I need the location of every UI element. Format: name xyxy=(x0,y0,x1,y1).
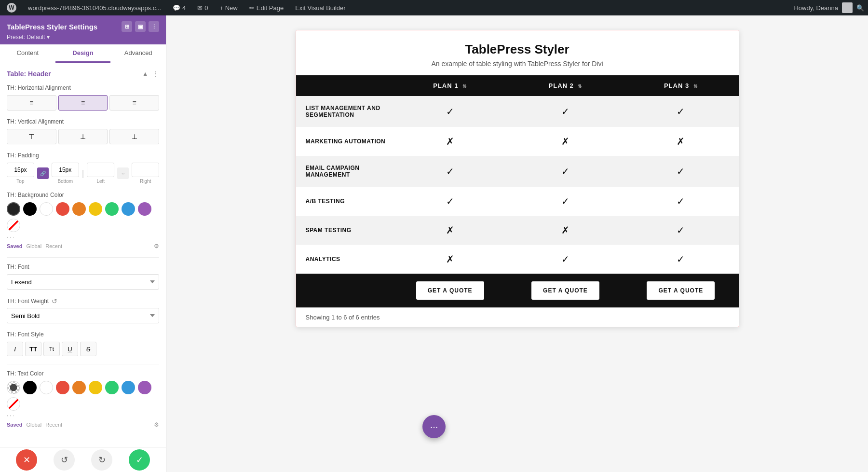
font-style-bold-btn[interactable]: TT xyxy=(25,342,41,356)
text-swatch-yellow[interactable] xyxy=(89,381,102,394)
padding-top-input[interactable] xyxy=(7,163,34,177)
text-swatch-red[interactable] xyxy=(56,381,69,394)
quote-btn-plan3[interactable]: GET A QUOTE xyxy=(647,281,715,300)
wp-logo-link[interactable]: W xyxy=(4,3,19,13)
site-url-link[interactable]: wordpress-784896-3610405.cloudwaysapps.c… xyxy=(25,4,164,12)
swatch-red[interactable] xyxy=(56,202,69,216)
color-recent-btn[interactable]: Recent xyxy=(45,243,62,249)
valign-top-btn[interactable]: ⊤ xyxy=(7,129,56,144)
pin-icon[interactable]: ⊞ xyxy=(122,21,132,32)
table-main-title: TablePress Styler xyxy=(306,42,729,57)
table-cell-feature: MARKETING AUTOMATION xyxy=(296,127,393,156)
table-th-plan2: PLAN 2 ⇅ xyxy=(508,75,623,96)
table-cell-plan1-row0: ✓ xyxy=(393,96,508,127)
swatch-white[interactable] xyxy=(40,202,53,216)
font-style-italic-btn[interactable]: I xyxy=(7,342,23,356)
undo-button[interactable]: ↺ xyxy=(54,449,75,471)
text-color-settings-icon[interactable]: ⚙ xyxy=(154,421,159,428)
sort-icon-plan2[interactable]: ⇅ xyxy=(578,83,582,89)
padding-top-label: Top xyxy=(16,179,24,184)
padding-left-input[interactable] xyxy=(87,163,114,177)
color-more-dots[interactable]: · · · xyxy=(7,234,159,240)
exit-builder-link[interactable]: Exit Visual Builder xyxy=(292,4,349,12)
sidebar-title-icons: ⊞ ▣ ⋮ xyxy=(122,21,159,32)
font-style-caps-btn[interactable]: Tt xyxy=(43,342,60,356)
cross-icon: ✗ xyxy=(677,136,685,147)
text-swatch-transparent[interactable] xyxy=(7,397,20,411)
collapse-icon[interactable]: ▲ xyxy=(142,70,149,78)
cross-icon: ✗ xyxy=(561,136,570,147)
text-color-more-dots[interactable]: · · · xyxy=(7,413,159,418)
swatch-blue[interactable] xyxy=(122,202,135,216)
text-color-global-btn[interactable]: Global xyxy=(26,422,41,428)
new-post-link[interactable]: + New xyxy=(217,4,241,12)
th-padding-field: TH: Padding Top 🔗 Bottom | Left xyxy=(7,152,159,184)
bg-color-swatches xyxy=(7,202,159,232)
text-color-saved-btn[interactable]: Saved xyxy=(7,422,22,428)
section-header: Table: Header ▲ ⋮ xyxy=(7,70,159,78)
layout-icon[interactable]: ▣ xyxy=(135,21,146,32)
text-swatch-white[interactable] xyxy=(40,381,53,394)
table-cell-plan2-row0: ✓ xyxy=(508,96,623,127)
text-swatch-black[interactable] xyxy=(23,381,37,394)
sort-icon-plan1[interactable]: ⇅ xyxy=(462,83,467,89)
font-style-strikethrough-btn[interactable]: S xyxy=(80,342,96,356)
color-global-btn[interactable]: Global xyxy=(26,243,41,249)
align-right-btn[interactable]: ≡ xyxy=(109,95,159,111)
more-icon[interactable]: ⋮ xyxy=(149,21,159,32)
quote-btn-plan2[interactable]: GET A QUOTE xyxy=(531,281,599,300)
color-saved-btn[interactable]: Saved xyxy=(7,243,22,249)
table-row: ANALYTICS✗✓✓ xyxy=(296,245,739,274)
swatch-black[interactable] xyxy=(23,202,37,216)
padding-bottom-input[interactable] xyxy=(52,163,79,177)
messages-link[interactable]: ✉ 0 xyxy=(194,4,211,12)
align-left-btn[interactable]: ≡ xyxy=(7,95,56,111)
unlink-padding-icon[interactable]: ↔ xyxy=(117,167,129,179)
text-swatch-current[interactable] xyxy=(7,381,20,394)
swatch-green[interactable] xyxy=(105,202,119,216)
table-footer-plan1: GET A QUOTE xyxy=(393,274,508,307)
valign-bottom-btn[interactable]: ⊥ xyxy=(109,129,159,144)
comments-link[interactable]: 💬 4 xyxy=(170,4,189,12)
sort-icon-plan3[interactable]: ⇅ xyxy=(693,83,698,89)
tab-content[interactable]: Content xyxy=(0,44,55,63)
th-font-weight-select[interactable]: Semi Bold xyxy=(7,308,159,323)
table-cell-plan3-row2: ✓ xyxy=(623,156,738,187)
cancel-button[interactable]: ✕ xyxy=(16,449,37,471)
sidebar-panel: TablePress Styler Settings ⊞ ▣ ⋮ Preset:… xyxy=(0,15,166,472)
preset-label: Preset: Default xyxy=(7,34,45,41)
preset-selector[interactable]: Preset: Default ▾ xyxy=(7,34,159,41)
search-icon[interactable]: 🔍 xyxy=(856,4,864,12)
redo-button[interactable]: ↻ xyxy=(91,449,112,471)
th-font-select[interactable]: Lexend xyxy=(7,274,159,290)
swatch-orange[interactable] xyxy=(72,202,86,216)
fab-button[interactable]: ··· xyxy=(422,415,446,438)
swatch-yellow[interactable] xyxy=(89,202,102,216)
tab-advanced[interactable]: Advanced xyxy=(110,44,166,63)
section-more-icon[interactable]: ⋮ xyxy=(152,70,159,78)
link-padding-icon[interactable]: 🔗 xyxy=(37,167,49,179)
text-swatch-purple[interactable] xyxy=(138,381,151,394)
font-style-underline-btn[interactable]: U xyxy=(62,342,78,356)
padding-right-input[interactable] xyxy=(132,163,159,177)
edit-page-link[interactable]: ✏ Edit Page xyxy=(246,4,286,12)
text-swatch-orange[interactable] xyxy=(72,381,86,394)
save-button[interactable]: ✓ xyxy=(129,449,150,471)
text-swatch-green[interactable] xyxy=(105,381,119,394)
align-center-btn[interactable]: ≡ xyxy=(58,95,108,111)
swatch-current[interactable] xyxy=(7,202,20,216)
text-color-saved-row: Saved Global Recent ⚙ xyxy=(7,421,159,428)
text-swatch-blue[interactable] xyxy=(122,381,135,394)
check-icon: ✓ xyxy=(677,254,685,264)
th-font-style-label: TH: Font Style xyxy=(7,331,159,338)
main-layout: TablePress Styler Settings ⊞ ▣ ⋮ Preset:… xyxy=(0,15,868,472)
font-weight-refresh-icon[interactable]: ↺ xyxy=(52,297,57,305)
tab-design[interactable]: Design xyxy=(55,44,111,63)
table-card: TablePress Styler An example of table st… xyxy=(296,30,739,327)
color-settings-icon[interactable]: ⚙ xyxy=(154,243,159,250)
swatch-purple[interactable] xyxy=(138,202,151,216)
text-color-recent-btn[interactable]: Recent xyxy=(45,422,62,428)
swatch-transparent[interactable] xyxy=(7,219,20,232)
quote-btn-plan1[interactable]: GET A QUOTE xyxy=(416,281,484,300)
valign-middle-btn[interactable]: ⊥ xyxy=(58,129,108,144)
